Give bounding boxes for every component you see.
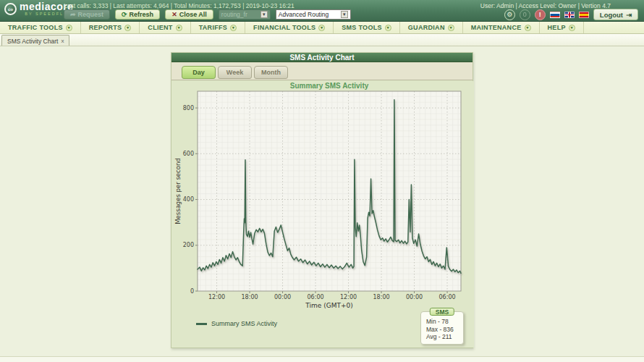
chevron-down-icon: ▾ (176, 25, 182, 31)
sms-activity-chart-panel: SMS Activity Chart Day Week Month Summar… (171, 52, 473, 348)
menu-traffic-tools[interactable]: TRAFFIC TOOLS ▾ (0, 22, 81, 33)
chevron-down-icon: ▾ (260, 11, 268, 18)
main-menu-bar: TRAFFIC TOOLS ▾ REPORTS ▾ CLIENT ▾ TARIF… (0, 22, 644, 34)
call-stats-text: Last calls: 3,333 | Last attempts: 4,964… (64, 2, 295, 9)
svg-text:00:00: 00:00 (406, 294, 423, 300)
footer-strip (0, 356, 644, 362)
gear-icon[interactable]: ⚙ (504, 9, 515, 20)
menu-guardian[interactable]: GUARDIAN ▾ (400, 22, 463, 33)
topbar-buttons: ➦ Request ⟳ Refresh ✕ Close All routing_… (64, 9, 351, 20)
topbar-right-controls: ⚙ 0 ! Logout ⇥ (504, 9, 638, 20)
sms-activity-line-chart: 020040060080012:0018:0000:0006:0012:0018… (171, 90, 474, 311)
routing-select[interactable]: routing_fr ▾ (219, 9, 271, 20)
period-week-button[interactable]: Week (218, 66, 252, 79)
chart-region: Summary SMS Activity 020040060080012:001… (171, 81, 474, 348)
chart-title: Summary SMS Activity (198, 82, 461, 90)
menu-maintenance[interactable]: MAINTENANCE ▾ (463, 22, 540, 33)
legend-line-swatch (196, 323, 207, 325)
tab-sms-activity-chart[interactable]: SMS Activity Chart x (1, 35, 69, 46)
request-icon: ➦ (70, 12, 76, 18)
svg-text:06:00: 06:00 (439, 294, 456, 300)
flag-uk-icon[interactable] (564, 12, 575, 18)
sms-stats-box: SMS Min - 78 Max - 836 Avg - 211 (420, 311, 464, 345)
svg-text:12:00: 12:00 (208, 294, 225, 300)
open-tabs-bar: SMS Activity Chart x (0, 34, 644, 46)
refresh-icon: ⟳ (122, 12, 127, 18)
chevron-down-icon: ▾ (230, 25, 237, 31)
svg-text:400: 400 (183, 196, 194, 203)
chevron-down-icon: ▾ (385, 25, 391, 31)
stats-min: Min - 78 (426, 318, 463, 326)
chart-legend: Summary SMS Activity (196, 320, 277, 327)
content-area: SMS Activity Chart Day Week Month Summar… (0, 46, 644, 362)
period-button-strip: Day Week Month (171, 62, 473, 80)
menu-reports[interactable]: REPORTS ▾ (81, 22, 140, 33)
svg-text:800: 800 (183, 105, 194, 111)
menu-financial-tools[interactable]: FINANCIAL TOOLS ▾ (245, 22, 334, 33)
alarm-bell-icon[interactable]: ! (535, 9, 546, 20)
svg-text:Time (GMT+0): Time (GMT+0) (305, 302, 352, 309)
flag-russia-icon[interactable] (550, 12, 560, 18)
notification-counter-badge[interactable]: 0 (520, 9, 530, 20)
svg-text:12:00: 12:00 (340, 294, 357, 300)
chevron-down-icon: ▾ (569, 25, 575, 31)
menu-help[interactable]: HELP ▾ (540, 22, 584, 33)
svg-text:0: 0 (190, 288, 194, 295)
panel-body: Day Week Month Summary SMS Activity 0200… (171, 62, 473, 348)
close-all-button[interactable]: ✕ Close All (165, 9, 213, 20)
top-bar: co mediacore by speedflow Last calls: 3,… (0, 0, 644, 22)
menu-sms-tools[interactable]: SMS TOOLS ▾ (334, 22, 400, 33)
svg-text:18:00: 18:00 (242, 294, 258, 300)
sms-stats-box-title: SMS (430, 308, 454, 316)
chevron-down-icon: ▾ (124, 25, 131, 31)
menu-tariffs[interactable]: TARIFFS ▾ (191, 22, 245, 33)
svg-text:Messages per second: Messages per second (174, 158, 182, 224)
chevron-down-icon: ▾ (525, 25, 531, 31)
chevron-down-icon: ▾ (448, 25, 454, 31)
logout-button[interactable]: Logout ⇥ (593, 9, 638, 20)
svg-text:00:00: 00:00 (274, 294, 291, 300)
flag-spain-icon[interactable] (579, 12, 589, 18)
period-day-button[interactable]: Day (182, 66, 216, 79)
svg-text:18:00: 18:00 (373, 294, 390, 300)
chevron-down-icon: ▾ (318, 25, 325, 31)
chevron-down-icon: ▾ (341, 11, 348, 18)
stats-max: Max - 836 (426, 326, 463, 334)
svg-text:06:00: 06:00 (308, 294, 324, 300)
tab-close-icon[interactable]: x (61, 38, 64, 44)
advanced-routing-select[interactable]: Advanced Routing ▾ (276, 9, 351, 20)
stats-avg: Avg - 211 (426, 333, 463, 341)
logout-icon: ⇥ (626, 11, 632, 19)
panel-title: SMS Activity Chart (171, 53, 473, 62)
legend-label: Summary SMS Activity (211, 320, 277, 327)
close-icon: ✕ (171, 12, 177, 18)
mediacore-logo-icon: co (4, 3, 17, 15)
svg-text:600: 600 (183, 151, 194, 157)
period-month-button[interactable]: Month (254, 66, 288, 79)
chevron-down-icon: ▾ (66, 25, 72, 31)
menu-client[interactable]: CLIENT ▾ (140, 22, 190, 33)
request-button[interactable]: ➦ Request (64, 9, 110, 20)
refresh-button[interactable]: ⟳ Refresh (115, 9, 160, 20)
svg-text:200: 200 (183, 242, 194, 248)
